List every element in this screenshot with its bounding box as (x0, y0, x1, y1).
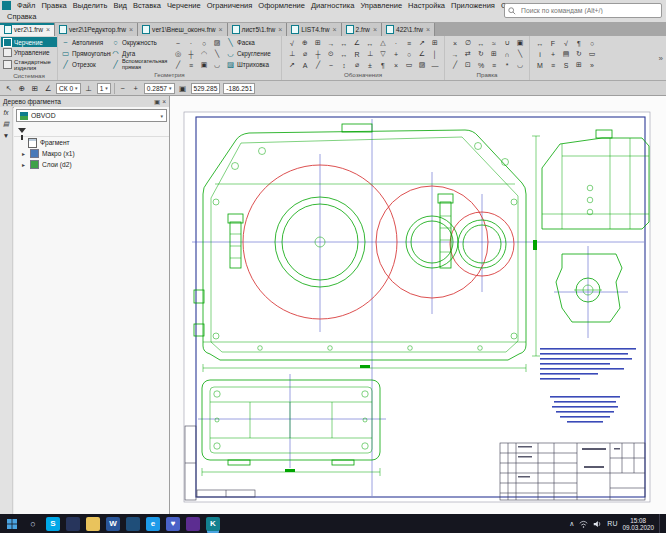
equidistant-icon[interactable]: ≡ (184, 59, 198, 71)
hatch-mark-icon[interactable]: ▨ (415, 59, 429, 71)
grid-icon[interactable]: ⊞ (30, 84, 40, 93)
language-indicator[interactable]: RU (607, 520, 617, 527)
rectangle-button[interactable]: ▭Прямоугольник (61, 48, 111, 59)
leader-icon[interactable]: ↗ (285, 59, 299, 71)
tree-item[interactable]: ▸Макро (x1) (14, 148, 169, 159)
expander-icon[interactable]: ▸ (22, 150, 27, 157)
toolset-standard-parts[interactable]: Стандартные изделия (1, 58, 57, 72)
x-mark-icon[interactable]: × (389, 59, 403, 71)
autoline-button[interactable]: ~Автолиния (61, 37, 111, 48)
menu-item[interactable]: Оформление (255, 1, 308, 10)
word-taskbar-icon[interactable]: W (106, 517, 120, 531)
close-icon[interactable]: × (129, 26, 133, 33)
snap-icon[interactable]: ⊕ (17, 84, 27, 93)
network-icon[interactable] (579, 520, 588, 528)
scale-icon[interactable]: % (474, 59, 488, 71)
document-tab[interactable]: ver2\1.frw× (0, 23, 55, 36)
toolbar-overflow-button[interactable]: » (656, 36, 666, 80)
styles-icon[interactable]: S (559, 59, 573, 71)
params-tab-icon[interactable]: fx (3, 109, 8, 116)
tree-item[interactable]: ▸Слои (d2) (14, 159, 169, 170)
angle-snap-icon[interactable]: ∠ (43, 84, 53, 93)
close-icon[interactable]: × (218, 26, 222, 33)
search-input[interactable] (519, 6, 658, 15)
start-button[interactable] (0, 514, 24, 533)
split-icon[interactable]: ╱ (448, 59, 462, 71)
app-purple-taskbar-icon[interactable] (186, 517, 200, 531)
volume-icon[interactable] (593, 520, 602, 528)
zoom-in-icon[interactable]: + (131, 84, 141, 93)
dim-vertical-icon[interactable]: ↕ (337, 59, 351, 71)
skype-taskbar-icon[interactable]: S (46, 517, 60, 531)
health-heart-taskbar-icon[interactable]: ♥ (166, 517, 180, 531)
menu-item[interactable]: Ограничения (204, 1, 256, 10)
tree-root-node[interactable]: Фрагмент (14, 137, 169, 148)
ortho-icon[interactable]: ⊥ (84, 84, 94, 93)
menu-item[interactable]: Правка (38, 1, 69, 10)
kompas-taskbar-icon[interactable]: K (206, 517, 220, 531)
section-line-icon[interactable]: ╱ (311, 59, 325, 71)
hatch-button[interactable]: ▨Штриховка (226, 59, 278, 70)
app-blue-dark-taskbar-icon[interactable] (66, 517, 80, 531)
menu-item[interactable]: Приложения (448, 1, 498, 10)
explorer-folder-taskbar-icon[interactable] (86, 517, 100, 531)
menu-item[interactable]: Диагностика (308, 1, 357, 10)
chamfer-button[interactable]: ╲Фаска (226, 37, 278, 48)
edge-taskbar-icon[interactable]: e (146, 517, 160, 531)
offset-icon[interactable]: ≡ (487, 59, 501, 71)
text-icon[interactable]: A (298, 59, 312, 71)
library-icon[interactable]: ≡ (546, 59, 560, 71)
toolset-drawing[interactable]: Черчение (1, 37, 57, 47)
macro-cmd-icon[interactable]: M (533, 59, 547, 71)
document-tab[interactable]: 422\1.frw× (382, 23, 435, 36)
fillet-2-icon[interactable]: ◡ (210, 59, 224, 71)
rect-center-icon[interactable]: ▣ (197, 59, 211, 71)
tray-chevron-icon[interactable]: ∧ (569, 520, 574, 528)
drawing-canvas[interactable] (170, 96, 666, 514)
menu-item-help[interactable]: Справка (4, 12, 39, 21)
show-desktop-button[interactable] (659, 514, 664, 533)
coordinate-system-select[interactable]: СК 0 ▾ (56, 83, 81, 94)
arc-button[interactable]: ◠Дуга (111, 48, 171, 59)
x-coordinate-field[interactable]: 529.285 (191, 83, 221, 94)
menu-item[interactable]: Настройка (405, 1, 448, 10)
menu-item[interactable]: Черчение (164, 1, 204, 10)
close-icon[interactable]: × (426, 26, 430, 33)
document-tab[interactable]: ver1\Внеш_оконч.frw× (138, 23, 227, 36)
circle-button[interactable]: ○Окружность (111, 37, 171, 48)
photos-taskbar-icon[interactable] (126, 517, 140, 531)
cortana-search-icon[interactable]: ○ (24, 519, 42, 529)
polyline-icon[interactable]: ╱ (171, 59, 185, 71)
menu-item[interactable]: Вставка (130, 1, 164, 10)
close-icon[interactable]: × (278, 26, 282, 33)
fit-icon[interactable]: ▣ (178, 84, 188, 93)
menu-item[interactable]: Вид (110, 1, 130, 10)
menu-item[interactable]: Файл (14, 1, 38, 10)
document-tab[interactable]: ver2\1Редуктор.frw× (55, 23, 138, 36)
segment-button[interactable]: ╱Отрезок (61, 59, 111, 70)
expander-icon[interactable]: ▸ (22, 161, 27, 168)
zoom-value-select[interactable]: 0.2857 ▾ (144, 83, 175, 94)
command-search[interactable] (504, 3, 662, 18)
document-tab[interactable]: лист5\1.frw× (228, 23, 288, 36)
menu-item[interactable]: Управление (357, 1, 405, 10)
copy-icon[interactable]: ⊡ (461, 59, 475, 71)
aux-line-button[interactable]: ╱Вспомогательная прямая (111, 59, 171, 70)
current-layer-select[interactable]: OBVOD ▾ (16, 109, 167, 122)
explode-icon[interactable]: * (500, 59, 514, 71)
break-line-icon[interactable]: ~ (324, 59, 338, 71)
close-icon[interactable]: × (373, 26, 377, 33)
document-tab[interactable]: 2.frw× (342, 23, 382, 36)
dim-diametral-icon[interactable]: ⌀ (350, 59, 364, 71)
close-icon[interactable]: × (332, 26, 336, 33)
hline-mark-icon[interactable]: — (428, 59, 442, 71)
overflow-icon[interactable]: » (585, 59, 599, 71)
fillet-edit-icon[interactable]: ◡ (513, 59, 527, 71)
settings-icon[interactable]: ⊞ (572, 59, 586, 71)
paragraph-icon[interactable]: ¶ (376, 59, 390, 71)
rect-mark-icon[interactable]: ▭ (402, 59, 416, 71)
filter-tab-icon[interactable]: ▼ (3, 132, 9, 139)
menu-item[interactable]: Выделить (70, 1, 111, 10)
tolerance-icon[interactable]: ± (363, 59, 377, 71)
toolset-management[interactable]: Управление (1, 47, 57, 57)
